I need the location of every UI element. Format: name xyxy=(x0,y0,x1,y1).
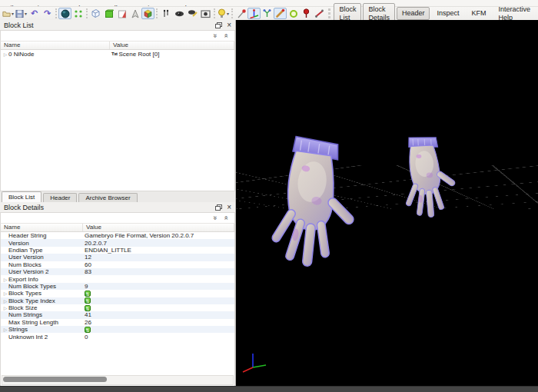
table-row[interactable]: ▷Block Type Index ⇅ xyxy=(1,297,234,304)
table-row[interactable]: ▷Export Info xyxy=(1,275,234,282)
block-list-column-header[interactable]: Name Value xyxy=(0,41,235,50)
toggle-header-button[interactable]: Header xyxy=(397,7,430,20)
block-list-title: Block List xyxy=(4,22,34,29)
compass-icon xyxy=(131,9,140,18)
draw-axes-button[interactable] xyxy=(247,8,261,19)
block-details-column-header[interactable]: Name Value xyxy=(0,223,235,232)
draw-nodes-button[interactable] xyxy=(261,8,274,19)
field-name: Export Info xyxy=(8,276,38,283)
compass-button[interactable] xyxy=(128,8,141,19)
undo-button[interactable]: ↶ xyxy=(28,8,41,19)
table-row[interactable]: Num Strings 41 xyxy=(1,311,234,318)
draw-havok-button[interactable] xyxy=(287,8,300,19)
axis-flag-button[interactable] xyxy=(234,8,247,19)
render-viewport[interactable] xyxy=(236,20,538,387)
tab-archive-browser[interactable]: Archive Browser xyxy=(78,193,137,202)
draw-constraints-button[interactable] xyxy=(313,8,326,19)
scene-meshes xyxy=(236,20,538,387)
column-name[interactable]: Name xyxy=(1,42,110,49)
close-icon[interactable]: × xyxy=(227,22,231,29)
node-tree-icon xyxy=(262,8,272,18)
table-row[interactable]: Max String Length 26 xyxy=(1,319,234,326)
table-row[interactable]: Endian Type ENDIAN_LITTLE xyxy=(1,247,234,254)
lighting-button[interactable]: ▾ xyxy=(217,8,230,19)
field-value: Gamebryo File Format, Version 20.2.0.7 xyxy=(85,232,194,239)
block-value: Scene Root [0] xyxy=(119,51,160,58)
block-list-tree[interactable]: ▷ 0 NiNode Txt Scene Root [0] xyxy=(0,50,235,191)
vertex-dots-button[interactable] xyxy=(71,8,85,19)
column-value[interactable]: Value xyxy=(83,224,234,231)
field-name: Num Block Types xyxy=(8,283,56,290)
screenshot-button[interactable] xyxy=(199,8,212,19)
table-row[interactable]: ▷Block Types ⇅ xyxy=(1,290,234,297)
array-icon: ⇅ xyxy=(85,291,91,297)
scrollbar-thumb[interactable] xyxy=(3,377,107,382)
draw-furniture-button[interactable] xyxy=(300,8,313,19)
field-name: Unknown Int 2 xyxy=(8,334,48,341)
tab-block-list[interactable]: Block List xyxy=(2,191,42,202)
expander-triangle-icon[interactable]: ▷ xyxy=(2,51,8,57)
expander-triangle-icon[interactable]: ▷ xyxy=(2,327,8,332)
eye-highlight-icon xyxy=(188,9,198,18)
cube-color-icon xyxy=(143,8,153,18)
screenshot-icon xyxy=(201,9,211,18)
table-row[interactable]: ▷Strings ⇅ xyxy=(1,326,234,333)
float-panel-icon[interactable] xyxy=(215,22,222,28)
vertex-mode-icon xyxy=(161,9,171,18)
toolbar-separator xyxy=(156,8,158,18)
toolbar-grip[interactable] xyxy=(328,8,330,18)
cube-color-button[interactable] xyxy=(141,8,154,19)
block-name: 0 NiNode xyxy=(8,51,34,58)
table-row[interactable]: User Version 12 xyxy=(1,254,234,261)
table-row[interactable]: User Version 2 83 xyxy=(1,268,234,275)
table-row[interactable]: Version 20.2.0.7 xyxy=(1,239,234,246)
float-panel-icon[interactable] xyxy=(215,204,222,211)
left-glove-mesh[interactable] xyxy=(267,135,366,272)
open-button[interactable]: ▾ xyxy=(2,8,15,19)
show-hidden-button[interactable] xyxy=(173,8,186,19)
cube-half-button[interactable] xyxy=(115,8,128,19)
expander-triangle-icon[interactable]: ▷ xyxy=(2,298,8,304)
right-glove-mesh[interactable] xyxy=(402,135,458,218)
table-row[interactable]: Num Block Types 9 xyxy=(1,283,234,290)
close-icon[interactable]: × xyxy=(227,204,231,211)
collapse-all-icon[interactable]: » xyxy=(211,34,218,38)
tab-header[interactable]: Header xyxy=(43,193,77,202)
collapse-all-icon[interactable]: » xyxy=(211,216,218,220)
pin-icon xyxy=(302,8,311,18)
draw-bones-button[interactable] xyxy=(274,8,287,19)
toggle-kfm-button[interactable]: KFM xyxy=(466,7,491,20)
table-row[interactable]: Num Blocks 60 xyxy=(1,261,234,268)
expander-triangle-icon[interactable]: ▷ xyxy=(2,305,8,311)
chevron-down-icon: ▾ xyxy=(25,11,27,16)
save-button[interactable]: ▾ xyxy=(15,8,28,19)
cube-outline-button[interactable] xyxy=(89,8,102,19)
expander-triangle-icon[interactable]: ▷ xyxy=(2,291,8,296)
sphere-toggle-button[interactable] xyxy=(58,8,71,19)
field-name: Block Size xyxy=(8,304,37,311)
horizontal-scrollbar[interactable] xyxy=(2,375,234,385)
table-row[interactable]: ▷ 0 NiNode Txt Scene Root [0] xyxy=(1,50,234,58)
lightbulb-icon xyxy=(218,8,226,18)
expander-triangle-icon[interactable]: ▷ xyxy=(2,277,8,282)
open-icon xyxy=(2,8,11,18)
highlight-button[interactable] xyxy=(186,8,199,19)
cube-solid-button[interactable] xyxy=(102,8,115,19)
expand-all-icon[interactable]: » xyxy=(223,34,230,38)
vertex-mode-button[interactable] xyxy=(160,8,173,19)
redo-button[interactable]: ↷ xyxy=(41,8,54,19)
field-value: 83 xyxy=(85,268,91,275)
toggle-inspect-button[interactable]: Inspect xyxy=(431,7,464,20)
expand-all-icon[interactable]: » xyxy=(223,216,230,220)
ring-icon xyxy=(289,9,298,18)
block-details-tree[interactable]: Header String Gamebryo File Format, Vers… xyxy=(0,232,235,387)
field-name: Block Type Index xyxy=(8,297,55,304)
field-name: Max String Length xyxy=(8,319,58,326)
field-name: User Version 2 xyxy=(8,268,48,275)
table-row[interactable]: Header String Gamebryo File Format, Vers… xyxy=(1,232,234,239)
table-row[interactable]: Unknown Int 2 0 xyxy=(1,333,234,340)
column-name[interactable]: Name xyxy=(1,224,83,231)
table-row[interactable]: ▷Block Size ⇅ xyxy=(1,304,234,311)
redo-icon: ↷ xyxy=(44,9,51,18)
column-value[interactable]: Value xyxy=(110,42,234,49)
